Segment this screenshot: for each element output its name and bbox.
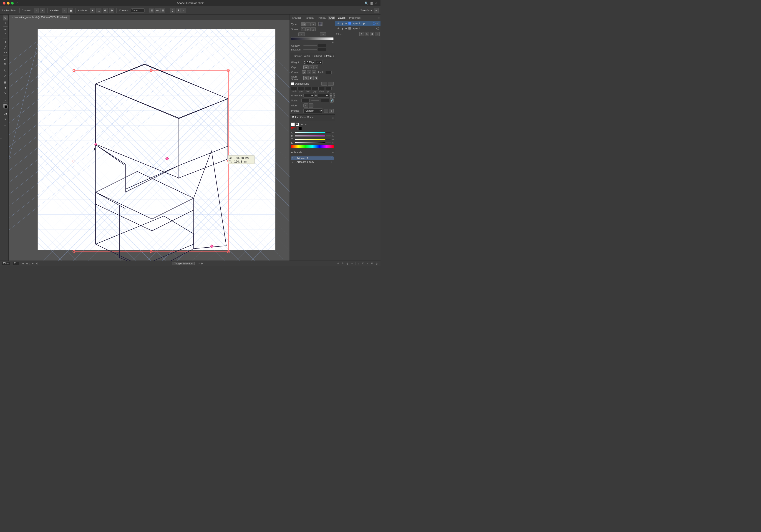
grid-icon[interactable]: ▦ bbox=[370, 1, 373, 5]
weight-input[interactable] bbox=[306, 60, 315, 64]
c-slider[interactable] bbox=[295, 132, 325, 133]
color-tab[interactable]: Color bbox=[291, 116, 299, 119]
tool-shape[interactable]: ▭ bbox=[3, 50, 8, 55]
layers-options-icon[interactable]: ≡ bbox=[378, 16, 380, 19]
distrib-btn-2[interactable]: ⏸ bbox=[176, 8, 181, 13]
arrow-swap-icon[interactable]: ⇄ bbox=[315, 94, 317, 97]
distrib-btn-3[interactable]: ⫾ bbox=[181, 8, 186, 13]
align-btn-3[interactable]: ⊟ bbox=[160, 8, 165, 13]
artboards-options[interactable]: ≡ bbox=[332, 151, 334, 154]
tab-transp[interactable]: Transp. bbox=[316, 16, 327, 20]
gradient-linear-btn[interactable]: ▭ bbox=[301, 22, 306, 27]
rotation-input[interactable] bbox=[13, 262, 19, 265]
dash-1[interactable] bbox=[291, 86, 298, 90]
tab-stroke[interactable]: Stroke bbox=[323, 54, 333, 58]
color-guide-tab[interactable]: Color Guide bbox=[299, 116, 315, 119]
weight-stepper[interactable]: ▲ ▼ bbox=[303, 60, 305, 64]
limit-input[interactable] bbox=[325, 71, 331, 74]
k-value[interactable] bbox=[326, 142, 331, 143]
tool-pencil[interactable]: ✏ bbox=[3, 61, 8, 66]
stroke-type-3[interactable]: △ bbox=[311, 27, 316, 31]
corner-bevel[interactable]: ⌐ bbox=[312, 70, 316, 74]
layers-delete-btn[interactable]: 🗑 bbox=[370, 32, 374, 36]
align-btn-2[interactable]: ⋯ bbox=[155, 8, 160, 13]
color-none-box[interactable] bbox=[291, 127, 298, 130]
layer-target-1[interactable]: ○ bbox=[377, 22, 379, 25]
toggle-selection-btn[interactable]: Toggle Selection bbox=[172, 262, 195, 265]
scale-end-input[interactable] bbox=[321, 99, 329, 102]
fullscreen-icon[interactable]: ⤢ bbox=[375, 1, 378, 5]
m-value[interactable] bbox=[326, 135, 331, 136]
nav-prev-btn[interactable]: ◀ bbox=[25, 262, 29, 265]
tool-scale[interactable]: ⤢ bbox=[3, 73, 8, 78]
handles-btn-2[interactable]: ◼ bbox=[68, 8, 73, 13]
gradient-bar[interactable] bbox=[291, 37, 334, 40]
status-icon-3[interactable]: 🗑 bbox=[346, 262, 349, 265]
stroke-section-options[interactable]: ≡ bbox=[333, 54, 334, 58]
arrow-clear-btn[interactable]: ✕ bbox=[333, 93, 335, 97]
convert-btn-2[interactable]: ↙ bbox=[40, 8, 45, 13]
corner-round[interactable]: ∪ bbox=[307, 70, 311, 74]
dashed-type-1[interactable]: ⋯ bbox=[322, 81, 327, 86]
close-button[interactable] bbox=[3, 2, 5, 5]
layer-lock-1[interactable] bbox=[341, 22, 344, 25]
nav-last-btn[interactable]: ▶| bbox=[35, 262, 39, 265]
layer-item-2[interactable]: 👁 ▶ Layer 1 bbox=[335, 26, 380, 31]
document-tab[interactable]: ✕ isometric_sample.ai @ 200 % (CMYK/Prev… bbox=[9, 15, 70, 20]
status-icon-5[interactable]: ⌕ bbox=[357, 262, 361, 265]
home-button[interactable]: ⌂ bbox=[16, 1, 20, 5]
profile-select[interactable]: Uniform bbox=[303, 108, 323, 113]
tool-paintbrush[interactable]: 🖌 bbox=[3, 56, 8, 61]
tab-close-icon[interactable]: ✕ bbox=[11, 16, 13, 19]
layer-expand-1[interactable]: ▶ bbox=[345, 22, 348, 25]
anchors-btn-2[interactable]: ◌ bbox=[96, 8, 101, 13]
zoom-input[interactable] bbox=[2, 262, 10, 265]
layers-make-clip-btn[interactable]: ⊡ bbox=[359, 32, 364, 36]
tab-charact[interactable]: Charact. bbox=[291, 16, 303, 20]
gradient-color-preview[interactable] bbox=[319, 22, 322, 27]
cap-butt[interactable]: ⊣ bbox=[303, 65, 308, 69]
dash-2[interactable] bbox=[305, 86, 311, 90]
scale-link-btn[interactable]: 🔗 bbox=[330, 98, 334, 103]
layers-new-btn[interactable]: + bbox=[375, 32, 380, 36]
tool-mesh[interactable]: ⊞ bbox=[3, 80, 8, 85]
cap-square[interactable]: ⊐ bbox=[314, 65, 318, 69]
tool-line[interactable]: ╱ bbox=[3, 44, 8, 49]
tool-selection[interactable]: ↖ bbox=[3, 16, 8, 21]
status-icon-9[interactable]: 🗑 bbox=[375, 262, 379, 265]
tab-gradient[interactable]: Gradient bbox=[328, 16, 335, 20]
convert-btn-1[interactable]: ↗ bbox=[34, 8, 39, 13]
tool-zoom[interactable]: ⌕ bbox=[3, 97, 8, 102]
distrib-btn-1[interactable]: ⫿ bbox=[170, 8, 175, 13]
opacity-slider[interactable] bbox=[303, 45, 317, 46]
view-mode-btn[interactable]: ◻◼ bbox=[3, 111, 8, 116]
gap-1[interactable] bbox=[298, 86, 304, 90]
color-panel-options[interactable]: ≡ bbox=[332, 116, 334, 119]
gradient-radial-btn[interactable]: ○ bbox=[306, 22, 311, 27]
stroke-swatch[interactable] bbox=[4, 105, 8, 108]
maximize-button[interactable] bbox=[11, 2, 14, 5]
gradient-angle-btn[interactable]: ∠ bbox=[298, 32, 305, 36]
gap-3[interactable] bbox=[325, 86, 331, 90]
swap-colors-icon[interactable]: ⇄ bbox=[300, 123, 304, 126]
tool-pen[interactable]: ✒ bbox=[3, 27, 8, 32]
handles-btn-1[interactable]: ⟋ bbox=[62, 8, 67, 13]
status-zoom-fit[interactable]: ⤢ bbox=[198, 262, 201, 265]
tab-paragra[interactable]: Paragra. bbox=[303, 16, 316, 20]
corner-miter[interactable]: ⋀ bbox=[302, 70, 306, 74]
profile-flip-x[interactable]: ↔ bbox=[323, 109, 328, 113]
expand-toggle[interactable]: ‥ bbox=[0, 15, 2, 261]
layer-eye-2[interactable]: 👁 bbox=[337, 27, 340, 30]
k-slider[interactable] bbox=[295, 142, 325, 143]
search-icon[interactable]: 🔍 bbox=[365, 1, 369, 5]
color-black-box[interactable] bbox=[299, 127, 302, 130]
gradient-freeform-btn[interactable]: ⊡ bbox=[311, 22, 316, 27]
color-spectrum[interactable] bbox=[291, 145, 334, 148]
align-arrow-2[interactable]: ↓ bbox=[309, 103, 314, 108]
artboard-item-1[interactable]: 1 Artboard 1 🗋 bbox=[291, 156, 334, 160]
dash-3[interactable] bbox=[319, 86, 325, 90]
align-arrow-1[interactable]: ↑ bbox=[303, 103, 308, 108]
status-icon-1[interactable]: ⊕ bbox=[337, 262, 340, 265]
color-swatches[interactable] bbox=[3, 104, 8, 109]
dashed-checkbox[interactable] bbox=[291, 82, 294, 85]
